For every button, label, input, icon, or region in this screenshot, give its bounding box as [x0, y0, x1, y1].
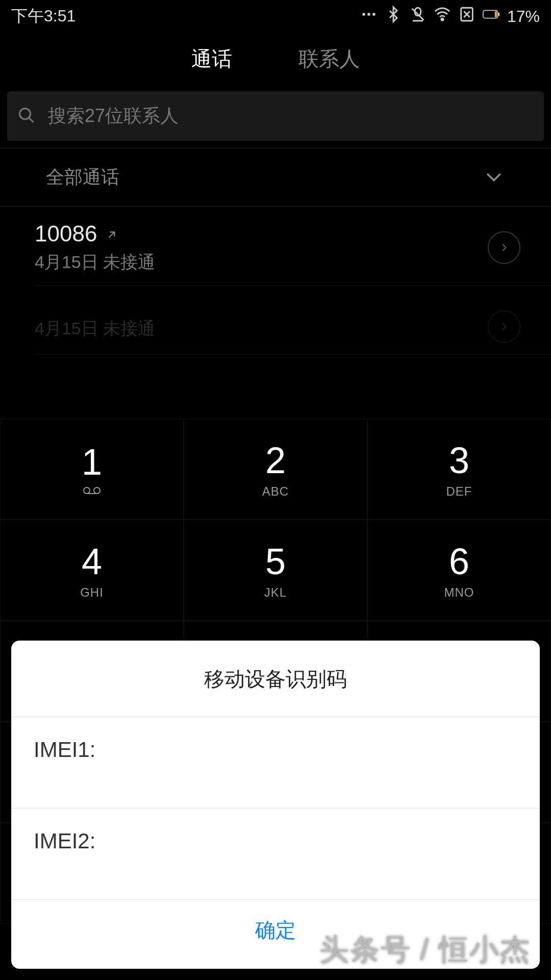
dialpad-key-1[interactable]: 1: [0, 419, 184, 520]
tab-contacts[interactable]: 联系人: [298, 45, 360, 73]
imei1-row: IMEI1:: [11, 717, 540, 808]
confirm-button[interactable]: 确定: [11, 900, 540, 969]
status-icons: 17%: [360, 6, 540, 27]
svg-point-10: [84, 487, 90, 494]
call-detail-button[interactable]: [488, 231, 520, 264]
call-date: 4月15日 未接通: [35, 251, 155, 274]
tabs: 通话 联系人: [0, 32, 551, 91]
more-icon: [360, 6, 378, 27]
tab-calls[interactable]: 通话: [191, 45, 232, 73]
svg-point-11: [94, 487, 100, 494]
status-bar: 下午3:51 17%: [0, 0, 551, 32]
dialog-title: 移动设备识别码: [11, 641, 540, 717]
dialpad-key-6[interactable]: 6 MNO: [367, 520, 551, 621]
filter-label: 全部通话: [46, 165, 119, 190]
search-input[interactable]: 搜索27位联系人: [7, 91, 544, 141]
svg-rect-6: [498, 13, 500, 16]
svg-rect-7: [495, 11, 497, 17]
imei-dialog: 移动设备识别码 IMEI1: IMEI2: 确定: [11, 641, 540, 969]
wifi-icon: [434, 6, 451, 27]
svg-point-2: [372, 13, 375, 16]
outgoing-icon: [105, 221, 118, 247]
voicemail-icon: [83, 486, 101, 497]
search-icon: [17, 106, 36, 127]
chevron-down-icon: [483, 165, 505, 190]
call-date: 4月15日 未接通: [35, 317, 155, 340]
call-number: 10086: [35, 221, 97, 247]
dialpad-key-5[interactable]: 5 JKL: [184, 520, 367, 621]
svg-point-0: [362, 13, 365, 16]
call-detail-button[interactable]: [488, 310, 520, 343]
call-log-item[interactable]: 10086 4月15日 未接通: [0, 207, 551, 285]
svg-point-1: [367, 13, 370, 16]
mute-icon: [409, 6, 427, 27]
call-log-item[interactable]: 4月15日 未接通: [0, 286, 551, 354]
filter-dropdown[interactable]: 全部通话: [0, 148, 551, 207]
sim-icon: [458, 6, 475, 27]
dialpad-key-3[interactable]: 3 DEF: [367, 419, 551, 520]
imei2-row: IMEI2:: [11, 808, 540, 899]
dialpad-key-4[interactable]: 4 GHI: [0, 520, 184, 621]
status-time: 下午3:51: [11, 5, 76, 28]
dialpad-key-2[interactable]: 2 ABC: [184, 419, 367, 520]
battery-icon: [483, 6, 500, 27]
search-placeholder: 搜索27位联系人: [48, 104, 179, 129]
svg-point-3: [441, 18, 443, 20]
svg-point-8: [20, 108, 31, 119]
divider: [35, 354, 551, 355]
bluetooth-icon: [385, 6, 402, 27]
svg-line-9: [29, 117, 34, 122]
battery-percent: 17%: [507, 7, 540, 26]
